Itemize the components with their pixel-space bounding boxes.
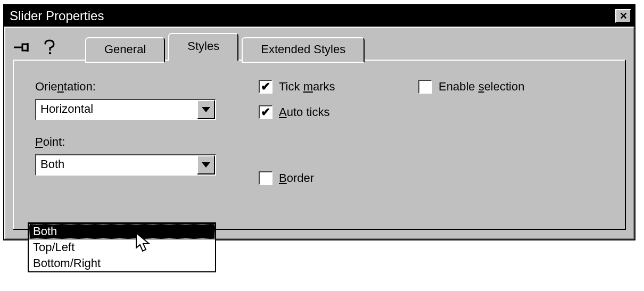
checkbox-label: Tick marks — [279, 80, 335, 94]
check-icon: ✔ — [261, 80, 270, 94]
tab-label: Extended Styles — [261, 43, 345, 56]
check-icon: ✔ — [261, 105, 270, 119]
point-value: Both — [36, 155, 197, 174]
dialog-window: Slider Properties ✕ General — [3, 4, 635, 240]
checkbox-label: Auto ticks — [279, 105, 329, 119]
tab-general[interactable]: General — [85, 37, 165, 63]
checkbox-box: ✔ — [259, 80, 273, 94]
enable-selection-checkbox[interactable]: Enable selection — [418, 80, 524, 94]
window-title: Slider Properties — [10, 9, 615, 23]
orientation-field: Orientation: Horizontal — [35, 80, 259, 120]
orientation-label: Orientation: — [35, 80, 259, 94]
point-label: Point: — [35, 135, 259, 149]
close-icon: ✕ — [620, 11, 628, 21]
tab-styles[interactable]: Styles — [168, 33, 238, 61]
middle-column: ✔ Tick marks ✔ Auto ticks — [259, 80, 418, 197]
title-bar[interactable]: Slider Properties ✕ — [4, 5, 634, 27]
point-field: Point: Both — [35, 135, 259, 176]
orientation-dropdown-button[interactable] — [197, 100, 215, 119]
dropdown-option[interactable]: Both — [29, 223, 215, 239]
point-dropdown[interactable]: Both — [35, 154, 216, 176]
left-column: Orientation: Horizontal Point: — [35, 80, 259, 190]
checkbox-box — [418, 80, 432, 94]
chevron-down-icon — [202, 162, 210, 168]
tab-label: Styles — [187, 39, 219, 53]
styles-panel: Orientation: Horizontal Point: — [13, 60, 626, 230]
checkbox-label: Enable selection — [439, 80, 524, 94]
tick-marks-checkbox[interactable]: ✔ Tick marks — [259, 80, 418, 94]
orientation-dropdown[interactable]: Horizontal — [35, 99, 216, 120]
dropdown-option[interactable]: Top/Left — [29, 239, 215, 255]
close-button[interactable]: ✕ — [615, 9, 631, 23]
right-column: Enable selection — [418, 80, 524, 105]
auto-ticks-checkbox[interactable]: ✔ Auto ticks — [259, 105, 418, 119]
dropdown-option[interactable]: Bottom/Right — [29, 255, 215, 271]
tab-label: General — [104, 43, 146, 56]
point-dropdown-button[interactable] — [197, 155, 215, 174]
checkbox-label: Border — [279, 171, 314, 185]
tab-strip: General Styles Extended Styles — [85, 34, 368, 61]
svg-point-3 — [49, 52, 51, 54]
border-checkbox[interactable]: Border — [259, 171, 418, 185]
checkbox-box: ✔ — [259, 105, 273, 119]
point-dropdown-list[interactable]: Both Top/Left Bottom/Right — [28, 222, 216, 272]
checkbox-box — [259, 171, 273, 185]
toolbar — [13, 39, 59, 55]
client-area: General Styles Extended Styles Orientati… — [4, 27, 634, 239]
orientation-value: Horizontal — [36, 100, 197, 119]
help-icon[interactable] — [40, 39, 59, 55]
chevron-down-icon — [202, 107, 210, 112]
tab-extended-styles[interactable]: Extended Styles — [242, 37, 365, 63]
pin-icon[interactable] — [13, 39, 31, 55]
